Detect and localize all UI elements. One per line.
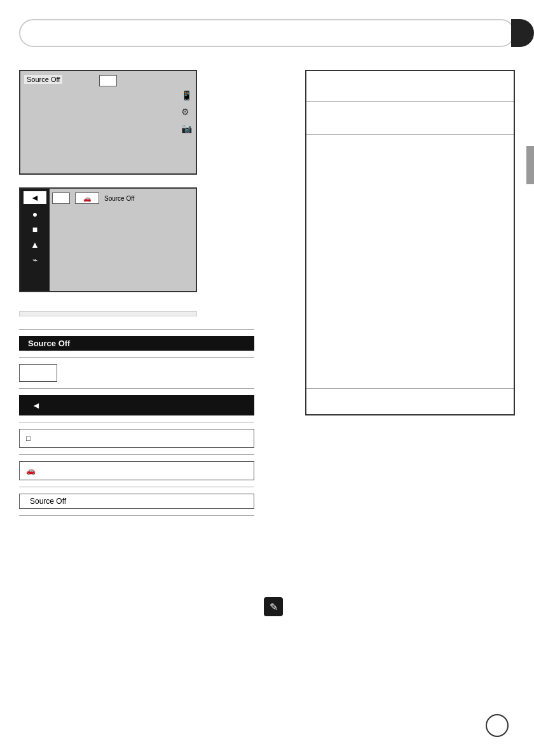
white-box <box>19 364 57 382</box>
screen2-btn-car: 🚗 <box>75 192 99 204</box>
item-row-black-button: ◄ <box>19 388 254 422</box>
screen1-top-indicator <box>99 75 117 86</box>
item-row-car-box: 🚗 <box>19 454 254 487</box>
car-icon: 🚗 <box>26 466 36 475</box>
screen2-icon-home: ◄ <box>24 191 46 204</box>
info-box <box>305 70 515 415</box>
info-box-row-3 <box>306 135 514 389</box>
note-icon: ✎ <box>264 597 283 616</box>
info-box-row-4 <box>306 389 514 414</box>
page-number-circle <box>486 714 509 737</box>
black-arrow-button[interactable]: ◄ <box>19 395 254 415</box>
top-tab <box>511 19 534 47</box>
screen2-main: 🚗 Source Off <box>50 189 196 291</box>
screen1-icon-camera: 📷 <box>181 123 192 133</box>
screen-icon-box: □ <box>19 429 254 448</box>
source-off-black-label: Source Off <box>19 336 254 351</box>
screen2-sidebar: ◄ ● ■ ▲ ⌁ <box>20 189 50 291</box>
side-tab <box>526 146 534 184</box>
left-column: Source Off 📱 ⚙ 📷 ◄ ● ■ ▲ ⌁ 🚗 Source Off <box>19 70 254 516</box>
screen1-icon-settings: ⚙ <box>181 107 192 117</box>
screen2-btn-screen <box>52 192 70 204</box>
screen-mockup-2: ◄ ● ■ ▲ ⌁ 🚗 Source Off <box>19 187 197 292</box>
item-row-white-box <box>19 357 254 388</box>
screen2-source-off: Source Off <box>104 195 135 202</box>
screen1-icon-phone: 📱 <box>181 90 192 100</box>
screen1-right-icons: 📱 ⚙ 📷 <box>181 90 192 133</box>
mockup-bottom-line <box>19 311 197 316</box>
pencil-icon: ✎ <box>270 601 278 613</box>
car-icon-box: 🚗 <box>19 461 254 480</box>
item-row-screen-box: □ <box>19 422 254 454</box>
right-column <box>305 70 515 415</box>
item-row-source-off-box: Source Off <box>19 487 254 516</box>
screen2-icon-nav: ▲ <box>31 240 39 250</box>
screen2-icon-radio: ● <box>32 209 38 219</box>
screen2-icon-music: ■ <box>32 224 38 234</box>
note-area: ✎ <box>264 597 283 616</box>
screen-mockup-1: Source Off 📱 ⚙ 📷 <box>19 70 197 175</box>
item-row-source-off: Source Off <box>19 329 254 357</box>
screen-icon: □ <box>26 434 31 443</box>
screen2-top-buttons: 🚗 Source Off <box>52 192 135 204</box>
top-bar <box>19 19 515 47</box>
source-off-plain-box: Source Off <box>19 494 254 509</box>
screen2-icon-bt: ⌁ <box>32 255 38 265</box>
info-box-row-1 <box>306 71 514 102</box>
screen1-source-off: Source Off <box>24 75 62 84</box>
items-section: Source Off ◄ □ 🚗 Source Off <box>19 329 254 516</box>
info-box-row-2 <box>306 102 514 135</box>
